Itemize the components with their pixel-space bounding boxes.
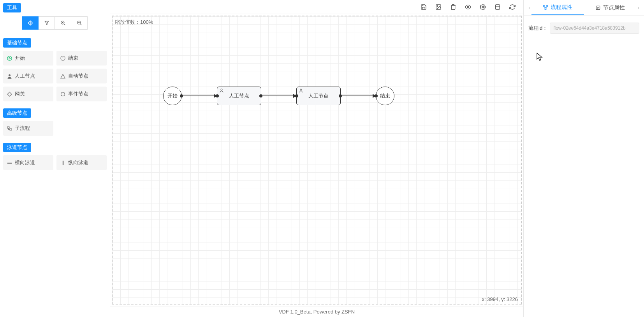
palette-item-label: 自动节点 [68, 73, 88, 80]
coordinate-indicator: x: 3994, y: 3226 [482, 296, 518, 302]
vertical-lane-icon [60, 159, 66, 166]
tab-label: 流程属性 [551, 4, 572, 11]
flow-canvas[interactable]: 缩放倍数：100% x: 3994, y: 3226 开始 人工节点 [112, 16, 522, 305]
node-label: 结束 [380, 92, 390, 99]
horizontal-lane-icon [6, 159, 12, 166]
sidebar: 工具 基础节点 开始 结束 [0, 0, 110, 317]
palette-item-label: 纵向泳道 [68, 159, 88, 166]
palette-item-label: 事件节点 [68, 90, 88, 97]
preview-button[interactable] [465, 4, 471, 10]
port-icon[interactable] [375, 94, 378, 97]
node-icon [595, 5, 601, 11]
node-label: 人工节点 [229, 92, 249, 99]
tool-mode-buttons [3, 16, 107, 30]
svg-point-11 [467, 6, 469, 8]
svg-point-15 [300, 89, 302, 90]
flow-icon [543, 5, 548, 10]
save-button[interactable] [421, 4, 427, 10]
image-button[interactable] [435, 4, 442, 10]
svg-rect-19 [596, 6, 600, 9]
flow-task-node[interactable]: 人工节点 [217, 87, 261, 105]
palette-event-node[interactable]: 事件节点 [56, 87, 107, 101]
palette-item-label: 人工节点 [15, 73, 35, 80]
node-label: 人工节点 [308, 92, 329, 99]
palette-horizontal-lane[interactable]: 横向泳道 [3, 155, 53, 170]
node-label: 开始 [167, 92, 178, 99]
delete-button[interactable] [450, 4, 456, 10]
tab-label: 节点属性 [603, 4, 625, 11]
flow-start-node[interactable]: 开始 [163, 87, 182, 105]
palette-item-label: 子流程 [15, 125, 30, 132]
svg-point-6 [61, 92, 65, 96]
port-icon[interactable] [295, 94, 298, 97]
canvas-area: 缩放倍数：100% x: 3994, y: 3226 开始 人工节点 [110, 0, 523, 317]
palette-start-node[interactable]: 开始 [3, 51, 53, 66]
palette-end-node[interactable]: 结束 [56, 51, 107, 66]
svg-point-4 [9, 74, 11, 76]
refresh-button[interactable] [509, 4, 516, 10]
properties-panel: ‹ 流程属性 节点属性 › 流程id： [523, 0, 644, 317]
palette-item-label: 横向泳道 [15, 159, 35, 166]
flow-task-node[interactable]: 人工节点 [296, 87, 341, 105]
palette-item-label: 结束 [68, 55, 78, 62]
tabs-next-button[interactable]: › [636, 5, 641, 11]
svg-point-2 [7, 56, 11, 60]
panel-button[interactable] [494, 4, 501, 10]
port-icon[interactable] [216, 94, 219, 97]
svg-rect-5 [7, 92, 12, 96]
tab-node-properties[interactable]: 节点属性 [584, 0, 636, 15]
move-icon [28, 20, 33, 26]
zoom-out-button[interactable] [71, 16, 88, 30]
advanced-nodes-header: 高级节点 [3, 108, 31, 118]
zoom-indicator: 缩放倍数：100% [115, 19, 153, 26]
flow-edge[interactable] [341, 96, 376, 96]
user-icon [6, 73, 12, 79]
tab-flow-properties[interactable]: 流程属性 [531, 0, 584, 15]
zoom-out-icon [77, 20, 82, 26]
settings-button[interactable] [480, 4, 486, 10]
zoom-in-icon [60, 20, 66, 26]
palette-item-label: 开始 [15, 55, 25, 62]
triangle-icon [60, 73, 66, 79]
circle-icon [60, 91, 66, 97]
diamond-icon [6, 91, 12, 97]
flow-end-node[interactable]: 结束 [376, 87, 394, 105]
move-tool-button[interactable] [22, 16, 39, 30]
svg-point-12 [482, 6, 484, 8]
filter-icon [44, 20, 49, 26]
flow-id-label: 流程id： [528, 25, 547, 32]
flow-edge[interactable] [261, 96, 296, 96]
play-circle-icon [6, 55, 12, 61]
palette-human-node[interactable]: 人工节点 [3, 69, 53, 83]
palette-gateway-node[interactable]: 网关 [3, 87, 53, 101]
svg-point-14 [221, 89, 222, 90]
svg-rect-16 [544, 5, 545, 7]
palette-subprocess-node[interactable]: 子流程 [3, 121, 53, 136]
svg-rect-17 [546, 5, 548, 7]
tabs-prev-button[interactable]: ‹ [527, 5, 531, 11]
palette-item-label: 网关 [15, 90, 25, 97]
tools-badge: 工具 [3, 3, 21, 12]
subflow-icon [6, 125, 12, 131]
svg-rect-13 [496, 5, 500, 9]
svg-rect-8 [10, 129, 12, 130]
filter-tool-button[interactable] [39, 16, 55, 30]
flow-id-input [550, 23, 639, 34]
user-icon [299, 88, 303, 93]
lane-nodes-header: 泳道节点 [3, 143, 31, 152]
zoom-in-button[interactable] [55, 16, 71, 30]
svg-rect-18 [545, 8, 547, 9]
svg-rect-7 [7, 127, 9, 128]
basic-nodes-header: 基础节点 [3, 38, 31, 48]
footer: VDF 1.0_Beta, Powered by ZSFN [110, 306, 523, 317]
svg-point-10 [437, 5, 438, 7]
flow-edge[interactable] [182, 96, 217, 96]
palette-auto-node[interactable]: 自动节点 [56, 69, 107, 83]
power-icon [60, 55, 66, 61]
palette-vertical-lane[interactable]: 纵向泳道 [56, 155, 107, 170]
user-icon [219, 88, 224, 93]
canvas-toolbar [110, 0, 523, 14]
